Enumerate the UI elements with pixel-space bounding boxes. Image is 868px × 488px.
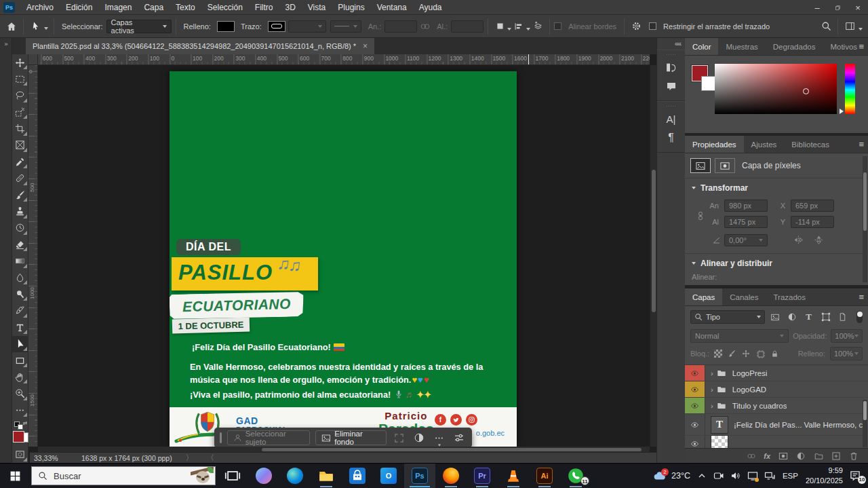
eyedropper-tool[interactable] [12, 153, 28, 170]
clone-stamp-tool[interactable] [12, 204, 28, 220]
menu-selección[interactable]: Selección [201, 0, 249, 15]
tab-muestras[interactable]: Muestras [718, 38, 765, 55]
layer-filter-toggle[interactable] [856, 311, 863, 323]
taskbar-store[interactable] [342, 464, 373, 488]
zoom-tool[interactable] [12, 386, 28, 402]
home-button[interactable] [4, 19, 19, 34]
workspace-button[interactable] [842, 19, 857, 34]
color-field[interactable] [715, 64, 837, 114]
transform-button[interactable] [392, 430, 406, 445]
paragraph-panel-button[interactable]: ¶ [662, 129, 681, 147]
search-button[interactable] [818, 19, 833, 34]
comments-panel-button[interactable] [662, 77, 681, 95]
marquee-tool[interactable] [12, 71, 28, 87]
background-color-swatch-panel[interactable] [701, 76, 716, 91]
type-tool[interactable] [12, 319, 28, 335]
align-edges-checkbox[interactable] [554, 22, 561, 30]
menu-3d[interactable]: 3D [279, 0, 301, 15]
eye-icon[interactable] [690, 440, 700, 448]
remove-background-button[interactable]: Eliminar fondo [315, 430, 387, 445]
menu-ventana[interactable]: Ventana [371, 0, 413, 15]
fill-field[interactable]: 100% [830, 347, 863, 360]
show-hidden-icons-button[interactable] [696, 470, 707, 481]
cast-button[interactable] [747, 470, 758, 481]
stroke-swatch[interactable] [268, 21, 285, 32]
history-brush-tool[interactable] [12, 220, 28, 236]
delete-layer-icon[interactable] [848, 451, 859, 461]
move-tool[interactable] [12, 54, 28, 71]
new-layer-icon[interactable] [831, 451, 841, 461]
hand-tool[interactable] [12, 369, 28, 385]
taskbar-file-explorer[interactable] [311, 464, 342, 488]
layer-style-icon[interactable]: fx [764, 452, 770, 460]
constrain-path-checkbox[interactable] [649, 22, 656, 30]
menu-imagen[interactable]: Imagen [98, 0, 138, 15]
layer-row-1[interactable]: ›LogoPresi [685, 365, 868, 381]
new-group-icon[interactable] [813, 451, 823, 461]
object-selection-tool[interactable] [12, 104, 28, 120]
taskbar-photoshop[interactable]: Ps [404, 464, 435, 488]
tab-propiedades[interactable]: Propiedades [685, 136, 744, 153]
network-button[interactable] [764, 470, 775, 481]
taskbar-search[interactable]: Buscar [31, 466, 216, 485]
menu-plugins[interactable]: Plugins [332, 0, 370, 15]
more-options-button[interactable] [432, 430, 446, 445]
drag-handle[interactable] [220, 432, 222, 443]
transform-width-field[interactable]: 980 px [724, 200, 768, 212]
filter-shape-layers-button[interactable] [818, 310, 833, 324]
new-adjustment-layer-icon[interactable] [795, 451, 806, 461]
notification-center-button[interactable]: 10 [849, 470, 863, 482]
flip-horizontal-icon[interactable] [793, 235, 804, 245]
path-selection-tool[interactable] [12, 336, 28, 352]
tab-degradados[interactable]: Degradados [766, 38, 823, 55]
layer-row-4[interactable]: T¡Feliz Día del Pas... Valle Hermoso, ce [685, 414, 868, 436]
taskbar-whatsapp[interactable]: 11 [560, 464, 591, 488]
align-section-header[interactable]: Alinear y distribuir [685, 253, 868, 271]
opacity-field[interactable]: 100% [831, 329, 863, 343]
select-subject-button[interactable]: Seleccionar sujeto [227, 430, 311, 445]
panel-menu-icon[interactable]: ≡ [859, 139, 864, 149]
taskbar-vlc[interactable] [498, 464, 529, 488]
lock-transparency-icon[interactable] [714, 350, 722, 358]
stroke-width-field[interactable] [288, 20, 326, 33]
eye-icon[interactable] [690, 402, 700, 410]
restore-button[interactable] [827, 0, 848, 15]
lock-all-icon[interactable] [770, 349, 779, 358]
eye-icon[interactable] [690, 421, 700, 429]
link-layers-icon[interactable] [746, 451, 756, 461]
lock-position-icon[interactable] [741, 349, 751, 358]
tab-capas[interactable]: Capas [685, 288, 722, 305]
path-arrangement-button[interactable] [530, 19, 545, 34]
crop-tool[interactable] [12, 121, 28, 137]
expand-chevron-icon[interactable]: › [711, 402, 713, 410]
horizontal-ruler[interactable]: 6005004003002001000100200300400500600700… [38, 54, 650, 65]
tab-trazados[interactable]: Trazados [766, 288, 813, 305]
tab-color[interactable]: Color [685, 38, 718, 55]
pixel-layer-properties-button[interactable] [690, 158, 711, 173]
taskbar-edge[interactable] [279, 464, 311, 488]
layer-row-2[interactable]: ›LogoGAD [685, 381, 868, 398]
link-dimensions-icon[interactable] [420, 21, 431, 32]
tab-ajustes[interactable]: Ajustes [744, 136, 785, 153]
search-highlight-image[interactable] [191, 467, 214, 486]
hue-slider[interactable] [845, 64, 855, 114]
panel-menu-icon[interactable]: ≡ [859, 292, 864, 302]
vertical-ruler[interactable]: 050010001500 [28, 65, 38, 447]
width-field[interactable] [384, 20, 417, 33]
tab-canales[interactable]: Canales [722, 288, 766, 305]
language-indicator[interactable]: ESP [783, 472, 798, 480]
select-mode-dropdown[interactable]: Capas activas [106, 20, 172, 33]
stroke-type-dropdown[interactable] [330, 20, 361, 33]
panel-menu-icon[interactable]: ≡ [859, 41, 864, 52]
menu-edición[interactable]: Edición [60, 0, 98, 15]
status-next-icon[interactable]: 〉 [186, 453, 193, 463]
taskbar-premiere[interactable]: Pr [467, 464, 498, 488]
menu-ayuda[interactable]: Ayuda [413, 0, 448, 15]
tab-close-icon[interactable]: × [363, 41, 368, 51]
horizontal-scrollbar[interactable] [38, 447, 650, 452]
bar-settings-button[interactable] [452, 430, 467, 445]
minimize-button[interactable]: – [807, 0, 827, 15]
quick-mask-tool[interactable] [12, 447, 28, 463]
collapse-panels-button[interactable]: «« [657, 38, 685, 50]
taskbar-firefox[interactable] [435, 464, 467, 488]
